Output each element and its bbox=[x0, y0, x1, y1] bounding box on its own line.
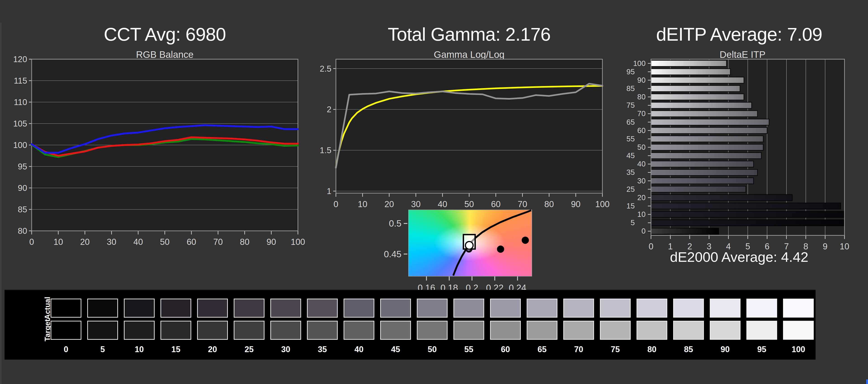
y-tick-label: 100 bbox=[13, 140, 27, 150]
y-tick-label: 2 bbox=[327, 105, 331, 114]
swatch-target-80 bbox=[637, 321, 667, 340]
y-tick-label: 45 bbox=[626, 151, 635, 160]
swatch-actual-0 bbox=[51, 299, 81, 318]
y-tick-label: 50 bbox=[637, 143, 646, 151]
deltae-bar-80 bbox=[651, 94, 744, 100]
y-tick-label: 15 bbox=[626, 202, 635, 210]
cie-y-tick-label: 0.5 bbox=[389, 218, 401, 228]
swatch-actual-5 bbox=[87, 299, 118, 318]
swatch-actual-90 bbox=[710, 299, 741, 318]
swatch-level-label: 70 bbox=[563, 345, 594, 354]
y-tick-label: 30 bbox=[637, 177, 646, 185]
rgb-balance-subtitle: RGB Balance bbox=[32, 49, 298, 61]
deltae-plot-border bbox=[651, 59, 844, 235]
y-tick-label: 55 bbox=[626, 135, 635, 143]
cie-diagram-gradient bbox=[408, 210, 532, 277]
deltae-bar-95 bbox=[651, 69, 730, 75]
rgb_balance-plot-bg bbox=[32, 59, 298, 231]
y-tick-label: 10 bbox=[637, 210, 646, 218]
rgb_balance-line-blue bbox=[32, 125, 298, 153]
swatch-target-55 bbox=[454, 321, 484, 340]
deltae-bar-55 bbox=[651, 136, 763, 142]
swatch-level-label: 75 bbox=[600, 345, 631, 354]
y-tick-label: 110 bbox=[14, 98, 27, 107]
y-tick-label: 115 bbox=[14, 76, 27, 85]
swatch-level-label: 95 bbox=[746, 345, 777, 354]
swatch-actual-85 bbox=[673, 299, 704, 318]
deltae-bar-10 bbox=[651, 212, 844, 218]
deltae-bar-75 bbox=[651, 102, 752, 108]
x-tick-label: 40 bbox=[133, 237, 143, 247]
swatch-level-label: 90 bbox=[710, 345, 741, 354]
y-tick-label: 95 bbox=[18, 162, 27, 171]
deitp-average-title: dEITP Average: 7.09 bbox=[638, 23, 841, 45]
deltae-bar-65 bbox=[651, 119, 769, 125]
total-gamma-title: Total Gamma: 2.176 bbox=[336, 23, 602, 45]
rgb_balance-line-green bbox=[32, 139, 298, 157]
y-tick-label: 65 bbox=[626, 118, 635, 126]
swatch-actual-30 bbox=[270, 299, 301, 318]
x-tick-label: 50 bbox=[464, 199, 474, 209]
x-tick-label: 60 bbox=[187, 237, 196, 247]
deltae-bar-45 bbox=[651, 153, 761, 159]
swatch-target-95 bbox=[746, 321, 777, 340]
y-tick-label: 40 bbox=[637, 160, 646, 168]
x-tick-label: 100 bbox=[291, 237, 305, 247]
deltae-bar-85 bbox=[651, 86, 740, 92]
deltae-bar-100 bbox=[651, 60, 726, 66]
swatch-target-35 bbox=[307, 321, 338, 340]
swatch-level-label: 0 bbox=[51, 345, 81, 354]
deltae-bar-20 bbox=[651, 194, 792, 200]
x-tick-label: 80 bbox=[544, 199, 554, 209]
swatch-actual-100 bbox=[783, 299, 814, 318]
x-tick-label: 30 bbox=[411, 199, 421, 209]
deltae-plot-bg bbox=[651, 59, 844, 235]
deltae-bar-60 bbox=[651, 127, 767, 133]
deltae-itp-subtitle: DeltaE ITP bbox=[641, 49, 844, 61]
x-tick-label: 40 bbox=[438, 199, 447, 209]
x-tick-label: 10 bbox=[840, 242, 849, 251]
swatch-actual-20 bbox=[197, 299, 228, 318]
y-tick-label: 1 bbox=[327, 187, 331, 196]
swatch-level-label: 5 bbox=[87, 345, 118, 354]
swatch-target-25 bbox=[234, 321, 265, 340]
swatch-level-label: 80 bbox=[637, 345, 667, 354]
swatch-level-label: 45 bbox=[380, 345, 411, 354]
x-tick-label: 10 bbox=[358, 199, 367, 209]
swatch-target-100 bbox=[783, 321, 814, 340]
swatch-level-label: 30 bbox=[270, 345, 301, 354]
swatch-target-75 bbox=[600, 321, 631, 340]
y-tick-label: 20 bbox=[637, 193, 646, 202]
deltae-bar-50 bbox=[651, 145, 763, 151]
y-tick-label: 90 bbox=[18, 184, 27, 193]
deltae-bar-15 bbox=[651, 203, 841, 209]
y-tick-label: 90 bbox=[637, 76, 646, 84]
y-tick-label: 80 bbox=[637, 93, 646, 101]
swatch-level-label: 35 bbox=[307, 345, 338, 354]
swatch-actual-10 bbox=[124, 299, 155, 318]
swatch-target-85 bbox=[673, 321, 704, 340]
window-edge bbox=[0, 23, 1, 384]
swatch-actual-25 bbox=[234, 299, 265, 318]
gamma_loglog-line-target-gamma bbox=[336, 86, 602, 167]
swatch-level-label: 20 bbox=[197, 345, 228, 354]
deltae-bar-5 bbox=[651, 220, 844, 226]
x-tick-label: 50 bbox=[160, 237, 169, 247]
swatch-level-label: 50 bbox=[417, 345, 447, 354]
x-tick-label: 60 bbox=[491, 199, 500, 209]
swatch-level-label: 100 bbox=[783, 345, 814, 354]
swatch-level-label: 25 bbox=[234, 345, 265, 354]
x-tick-label: 90 bbox=[267, 237, 276, 247]
deltae-bar-0 bbox=[651, 228, 719, 234]
y-tick-label: 25 bbox=[626, 185, 635, 193]
swatch-actual-95 bbox=[746, 299, 777, 318]
y-tick-label: 1.5 bbox=[320, 146, 331, 155]
deltae-bar-30 bbox=[651, 178, 754, 184]
y-tick-label: 85 bbox=[626, 84, 635, 93]
x-tick-label: 0 bbox=[333, 199, 338, 209]
y-tick-label: 5 bbox=[631, 218, 635, 227]
x-tick-label: 20 bbox=[80, 237, 90, 247]
gamma_loglog-line-measured-gamma bbox=[336, 84, 602, 168]
swatch-level-label: 85 bbox=[673, 345, 704, 354]
swatch-target-15 bbox=[160, 321, 191, 340]
